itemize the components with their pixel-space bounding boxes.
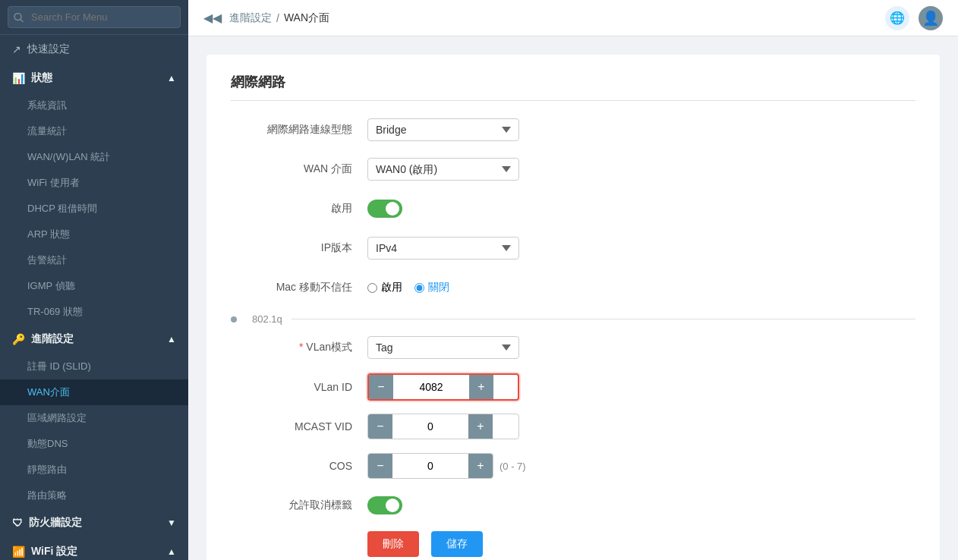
ip-version-label: IP版本 bbox=[231, 241, 367, 255]
svg-line-1 bbox=[20, 19, 24, 22]
sidebar-item-system-info[interactable]: 系統資訊 bbox=[0, 93, 188, 118]
mcast-vid-label: MCAST VID bbox=[231, 420, 367, 433]
enable-toggle[interactable] bbox=[367, 200, 402, 218]
allow-cancel-control bbox=[367, 496, 519, 514]
toggle-slider bbox=[367, 200, 402, 218]
cos-decrement[interactable]: − bbox=[368, 454, 392, 478]
search-bar bbox=[0, 0, 188, 35]
allow-cancel-toggle[interactable] bbox=[367, 496, 402, 514]
ip-version-control: IPv4 IPv6 Dual Stack bbox=[367, 237, 519, 260]
mac-move-enable-radio[interactable] bbox=[367, 283, 377, 293]
double-chevron-left-icon: ◀◀ bbox=[203, 11, 222, 25]
breadcrumb-advanced[interactable]: 進階設定 bbox=[229, 11, 272, 25]
vlan-id-group: − + bbox=[367, 373, 519, 401]
enable-label: 啟用 bbox=[231, 202, 367, 216]
mac-move-disable-option[interactable]: 關閉 bbox=[414, 281, 449, 294]
chevron-up-icon: ▲ bbox=[167, 73, 176, 83]
enable-control bbox=[367, 200, 519, 218]
cos-hint: (0 - 7) bbox=[499, 461, 526, 472]
cos-row: COS − + (0 - 7) bbox=[231, 452, 915, 480]
vlan-id-increment[interactable]: + bbox=[469, 375, 493, 399]
sidebar-item-wifi-users[interactable]: WiFi 使用者 bbox=[0, 170, 188, 196]
vlan-mode-label: * VLan模式 bbox=[231, 341, 367, 354]
mcast-vid-row: MCAST VID − + bbox=[231, 413, 915, 440]
cos-input[interactable] bbox=[392, 457, 468, 475]
form-card: 網際網路 網際網路連線型態 Bridge PPPoE DHCP Static W… bbox=[206, 55, 940, 560]
sidebar-item-static-route[interactable]: 靜態路由 bbox=[0, 457, 188, 483]
sidebar-item-dynamic-dns[interactable]: 動態DNS bbox=[0, 431, 188, 457]
vlan-mode-select[interactable]: Tag Untag None bbox=[367, 336, 519, 359]
connection-type-control: Bridge PPPoE DHCP Static bbox=[367, 118, 519, 141]
avatar[interactable]: 👤 bbox=[919, 6, 943, 30]
sidebar-item-alert-stats[interactable]: 告警統計 bbox=[0, 247, 188, 273]
wifi-icon: 📶 bbox=[12, 546, 25, 558]
wan-interface-select[interactable]: WAN0 (啟用) WAN1 WAN2 bbox=[367, 158, 519, 181]
page-title: 網際網路 bbox=[231, 73, 915, 101]
breadcrumb-separator: / bbox=[276, 12, 279, 24]
mcast-vid-group: − + bbox=[367, 414, 519, 439]
vlan-id-row: VLan ID − + bbox=[231, 373, 915, 401]
vlan-id-decrement[interactable]: − bbox=[369, 375, 393, 399]
mac-move-enable-option[interactable]: 啟用 bbox=[367, 281, 402, 294]
vlan-mode-control: Tag Untag None bbox=[367, 336, 519, 359]
sidebar-item-traffic-stats[interactable]: 流量統計 bbox=[0, 118, 188, 144]
vlan-mode-required: * bbox=[299, 341, 306, 353]
ip-version-row: IP版本 IPv4 IPv6 Dual Stack bbox=[231, 234, 915, 262]
wan-interface-label: WAN 介面 bbox=[231, 162, 367, 176]
sidebar-item-tr069-status[interactable]: TR-069 狀態 bbox=[0, 299, 188, 325]
sidebar-item-dhcp-lease[interactable]: DHCP 租借時間 bbox=[0, 196, 188, 222]
wan-interface-row: WAN 介面 WAN0 (啟用) WAN1 WAN2 bbox=[231, 156, 915, 183]
cos-group: − + bbox=[367, 453, 493, 479]
svg-point-0 bbox=[14, 13, 21, 20]
chevron-down-icon: ▼ bbox=[167, 518, 176, 528]
wan-interface-control: WAN0 (啟用) WAN1 WAN2 bbox=[367, 158, 519, 181]
vlan-mode-row: * VLan模式 Tag Untag None bbox=[231, 334, 915, 361]
search-icon bbox=[14, 12, 24, 22]
sidebar-item-register-id[interactable]: 註冊 ID (SLID) bbox=[0, 354, 188, 379]
chevron-up-icon-2: ▲ bbox=[167, 334, 176, 344]
mac-move-disable-radio[interactable] bbox=[414, 283, 424, 293]
sidebar-item-quick-setup[interactable]: ↗ 快速設定 bbox=[0, 35, 188, 64]
mac-move-disable-text: 關閉 bbox=[428, 281, 449, 294]
sidebar-item-arp-status[interactable]: ARP 狀態 bbox=[0, 222, 188, 247]
sidebar-item-area-network[interactable]: 區域網路設定 bbox=[0, 405, 188, 431]
connection-type-row: 網際網路連線型態 Bridge PPPoE DHCP Static bbox=[231, 116, 915, 143]
action-buttons: 刪除 儲存 bbox=[231, 531, 915, 557]
divider-dot bbox=[231, 316, 237, 322]
vlan-id-input[interactable] bbox=[393, 378, 469, 396]
allow-cancel-label: 允許取消標籤 bbox=[231, 499, 367, 512]
enable-row: 啟用 bbox=[231, 195, 915, 222]
mcast-vid-decrement[interactable]: − bbox=[368, 414, 392, 439]
vlan-id-control: − + bbox=[367, 373, 519, 401]
page-content: 網際網路 網際網路連線型態 Bridge PPPoE DHCP Static W… bbox=[188, 36, 958, 560]
mcast-vid-control: − + bbox=[367, 414, 519, 439]
mcast-vid-input[interactable] bbox=[392, 417, 468, 436]
cos-increment[interactable]: + bbox=[468, 454, 493, 478]
ip-version-select[interactable]: IPv4 IPv6 Dual Stack bbox=[367, 237, 519, 260]
connection-type-select[interactable]: Bridge PPPoE DHCP Static bbox=[367, 118, 519, 141]
mcast-vid-increment[interactable]: + bbox=[468, 414, 493, 439]
breadcrumb-current: WAN介面 bbox=[284, 11, 329, 25]
sidebar: ↗ 快速設定 📊 狀態 ▲ 系統資訊 流量統計 WAN/(W)LAN 統計 Wi… bbox=[0, 0, 188, 560]
delete-button[interactable]: 刪除 bbox=[367, 531, 419, 557]
allow-cancel-slider bbox=[367, 496, 402, 514]
sidebar-item-status[interactable]: 📊 狀態 ▲ bbox=[0, 64, 188, 93]
sidebar-item-wifi-settings[interactable]: 📶 WiFi 設定 ▲ bbox=[0, 537, 188, 560]
sidebar-item-firewall[interactable]: 🛡 防火牆設定 ▼ bbox=[0, 508, 188, 537]
save-button[interactable]: 儲存 bbox=[431, 531, 483, 557]
divider-line bbox=[291, 319, 915, 319]
sidebar-item-igmp-listen[interactable]: IGMP 偵聽 bbox=[0, 273, 188, 299]
sidebar-item-wan-interface[interactable]: WAN介面 bbox=[0, 379, 188, 405]
chart-icon: 📊 bbox=[12, 72, 25, 84]
main-area: ◀◀ 進階設定 / WAN介面 🌐 👤 網際網路 網際網路連線型態 B bbox=[188, 0, 958, 560]
connection-type-label: 網際網路連線型態 bbox=[231, 123, 367, 137]
language-button[interactable]: 🌐 bbox=[885, 6, 909, 30]
search-input[interactable] bbox=[8, 6, 181, 28]
sidebar-item-advanced[interactable]: 🔑 進階設定 ▲ bbox=[0, 325, 188, 354]
sidebar-item-route-policy[interactable]: 路由策略 bbox=[0, 483, 188, 508]
mac-move-enable-text: 啟用 bbox=[381, 281, 402, 294]
sidebar-item-wan-wlan-stats[interactable]: WAN/(W)LAN 統計 bbox=[0, 144, 188, 170]
key-icon: 🔑 bbox=[12, 333, 25, 345]
divider-802q-label: 802.1q bbox=[252, 313, 282, 325]
back-button[interactable]: ◀◀ bbox=[203, 11, 222, 25]
